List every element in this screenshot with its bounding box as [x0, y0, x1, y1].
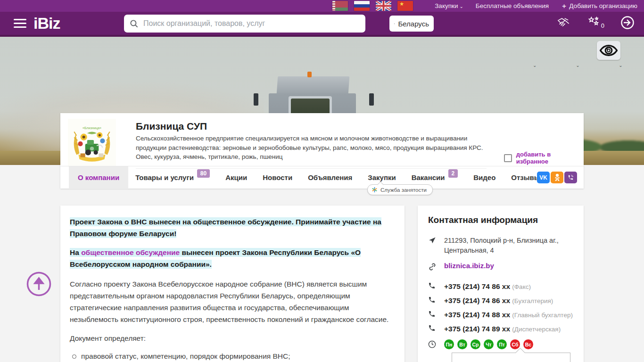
china-flag-icon[interactable] [397, 1, 413, 11]
day-chip[interactable]: Вс [523, 339, 533, 349]
header-icons: 0 [556, 16, 635, 30]
free-ads-link[interactable]: Бесплатные объявления [476, 2, 549, 9]
day-chip[interactable]: Чт [484, 339, 494, 349]
article-list: правовой статус, компетенцию, порядок фо… [70, 350, 395, 362]
tab-vacancies-label: Вакансии [412, 173, 445, 181]
phone-label: (Бухгалтерия) [512, 297, 553, 304]
phone-label: (Диспетчерская) [512, 326, 561, 333]
phone-row: +375 (214) 74 88 xx (Главный бухгалтер) [428, 309, 573, 321]
about-article: Проект Закона о ВНС вынесен на обществен… [60, 206, 405, 362]
employment-service-icon [372, 187, 378, 193]
vk-icon[interactable]: VK [537, 172, 550, 183]
article-paragraph-1: Проект Закона о ВНС вынесен на обществен… [70, 216, 395, 239]
clock-icon [428, 339, 438, 350]
viber-icon[interactable] [564, 172, 577, 183]
phone-number[interactable]: +375 (214) 74 86 xx (Бухгалтерия) [444, 295, 553, 306]
tab-video[interactable]: Видео [473, 166, 495, 189]
article-paragraph-4: Документ определяет: [70, 332, 395, 344]
day-chip[interactable]: Вт [457, 339, 467, 349]
add-organization-link[interactable]: ＋ Добавить организацию [561, 2, 637, 10]
favorites-count: 0 [601, 22, 604, 29]
tab-reviews[interactable]: Отзывы [511, 166, 540, 189]
navigation-arrow-icon [428, 236, 438, 247]
vacancies-tooltip-text: Служба занятости [380, 187, 427, 193]
menu-hamburger-icon[interactable] [14, 19, 26, 28]
tab-about[interactable]: О компании [69, 166, 128, 189]
tab-promotions[interactable]: Акции [225, 166, 247, 189]
search-bar [124, 15, 365, 33]
phone-row: +375 (214) 74 86 xx (Бухгалтерия) [428, 295, 573, 306]
tab-products[interactable]: Товары и услуги80 [135, 166, 210, 189]
link-chain-icon [428, 262, 438, 273]
phone-icon [428, 309, 438, 320]
schedule-row: Пн Вт Ср Чт Пт Сб Вс [428, 339, 573, 350]
main-header: iBiz Беларусь 0 [0, 12, 644, 37]
schedule-tooltip [452, 353, 570, 362]
birds: ⌄ ⌄ ⌄ [533, 63, 642, 68]
ibiz-logo[interactable]: iBiz [33, 14, 60, 33]
belarus-flag-icon[interactable] [332, 1, 348, 11]
partners-handshake-icon[interactable] [556, 16, 571, 29]
day-chip[interactable]: Ср [471, 339, 480, 349]
svg-text:«Близница»: «Близница» [83, 126, 101, 130]
tab-news[interactable]: Новости [263, 166, 292, 189]
article-paragraph-3: Согласно проекту Закона Всебелорусское н… [70, 278, 395, 325]
phone-label: (Главный бухгалтер) [512, 312, 573, 319]
day-chip[interactable]: Сб [510, 339, 520, 349]
vacancies-tooltip: Служба занятости [367, 184, 433, 195]
company-tabs: О компании Товары и услуги80 Акции Новос… [60, 166, 584, 189]
plus-icon: ＋ [561, 2, 569, 9]
location-button[interactable]: Беларусь [389, 16, 434, 32]
uk-flag-icon[interactable] [376, 1, 391, 11]
phone-row: +375 (214) 74 89 xx (Диспетчерская) [428, 323, 573, 335]
chevron-down-icon: ⌄ [459, 4, 463, 9]
add-to-favorites[interactable]: добавить в избранное [504, 151, 584, 165]
website-row: bliznica.ibiz.by [428, 262, 573, 273]
article-paragraph-2: На общественное обсуждение вынесен проек… [70, 247, 395, 270]
search-input[interactable] [143, 19, 360, 28]
phone-row: +375 (214) 74 86 xx (Факс) [428, 281, 573, 292]
map-pin-icon [394, 20, 395, 28]
favorites-stars-icon[interactable]: 0 [587, 16, 604, 29]
eye-icon [600, 44, 618, 57]
company-website-link[interactable]: bliznica.ibiz.by [444, 262, 494, 270]
scroll-to-top-button[interactable] [26, 271, 52, 297]
top-bar: Закупки⌄ Бесплатные объявления ＋ Добавит… [0, 0, 644, 12]
phone-icon [428, 323, 438, 334]
contact-info-panel: Контактная информация 211293, Полоцкий р… [418, 206, 584, 362]
location-label: Беларусь [398, 20, 429, 28]
procurement-menu[interactable]: Закупки⌄ [435, 2, 463, 9]
tab-vacancies-badge: 2 [448, 169, 458, 178]
list-item: правовой статус, компетенцию, порядок фо… [70, 350, 395, 362]
phone-number[interactable]: +375 (214) 74 89 xx (Диспетчерская) [444, 323, 561, 335]
company-description: Сельскохозяйственное предприятие специал… [136, 134, 487, 169]
favorite-label: добавить в избранное [516, 151, 584, 165]
tab-ads[interactable]: Объявления [308, 166, 352, 189]
phone-number[interactable]: +375 (214) 74 86 xx (Факс) [444, 281, 531, 292]
company-logo[interactable]: «Близница» [68, 119, 116, 167]
favorite-checkbox[interactable] [504, 154, 512, 162]
russia-flag-icon[interactable] [354, 1, 370, 11]
ok-icon[interactable] [551, 172, 563, 183]
search-icon [130, 19, 139, 28]
public-discussion-link[interactable]: общественное обсуждение [81, 248, 180, 256]
phone-number[interactable]: +375 (214) 74 88 xx (Главный бухгалтер) [444, 309, 573, 321]
phone-icon [428, 281, 438, 291]
tab-products-badge: 80 [197, 169, 210, 178]
language-flags [332, 1, 413, 11]
day-chip[interactable]: Пт [497, 339, 507, 349]
address-row: 211293, Полоцкий р-н, Близница аг., Цент… [428, 236, 573, 255]
company-card: «Близница» Близница СУП Сельскохозяйстве… [60, 113, 584, 189]
accessibility-eye-button[interactable] [597, 41, 620, 60]
login-icon[interactable] [620, 16, 635, 30]
social-icons: VK [537, 172, 577, 183]
phone-label: (Факс) [512, 283, 531, 290]
contact-title: Контактная информация [428, 215, 573, 225]
company-address: 211293, Полоцкий р-н, Близница аг., Цент… [444, 236, 573, 255]
phone-icon [428, 295, 438, 305]
day-chip[interactable]: Пн [444, 339, 454, 349]
arrow-up-icon [26, 271, 52, 297]
company-name: Близница СУП [136, 121, 207, 132]
tab-products-label: Товары и услуги [135, 173, 194, 181]
